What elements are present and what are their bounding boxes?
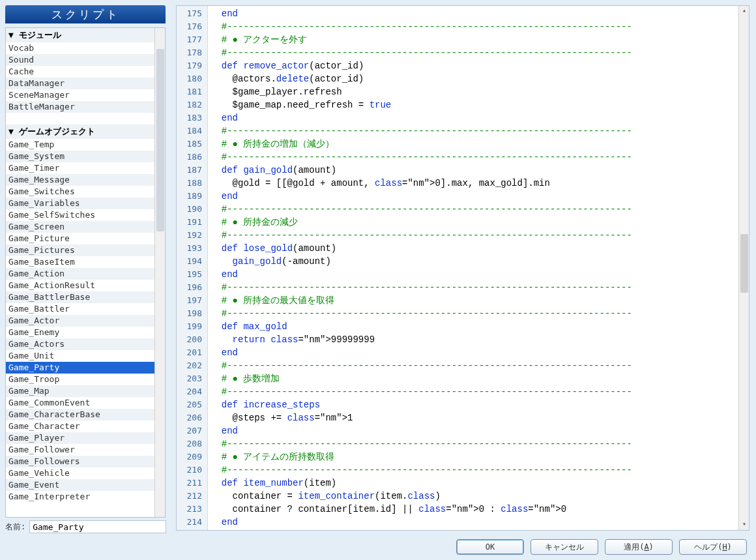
list-item[interactable]: Game_Pictures <box>6 244 154 256</box>
panel-title: スクリプト <box>5 5 166 23</box>
list-item[interactable]: Game_System <box>6 151 154 162</box>
list-item[interactable]: Game_Variables <box>6 198 154 209</box>
list-item[interactable]: Game_Follower <box>6 444 154 456</box>
list-item[interactable]: Game_Vehicle <box>6 467 154 479</box>
editor-panel: 175 176 177 178 179 180 181 182 183 184 … <box>176 5 749 531</box>
script-list-scrollbar[interactable] <box>154 28 165 517</box>
list-item[interactable]: Game_Character <box>6 420 154 432</box>
editor-scrollbar-thumb[interactable] <box>740 234 748 293</box>
name-input[interactable] <box>29 520 166 533</box>
list-item[interactable]: Game_Troop <box>6 374 154 385</box>
scroll-down-icon[interactable]: ▾ <box>739 520 749 530</box>
list-category: ▼ ゲームオブジェクト <box>6 125 154 139</box>
script-list[interactable]: ▼ モジュールVocabSoundCacheDataManagerSceneMa… <box>6 28 154 517</box>
list-item[interactable]: Game_Followers <box>6 456 154 467</box>
list-item[interactable]: Game_Unit <box>6 350 154 362</box>
list-item[interactable]: Game_Actor <box>6 315 154 327</box>
list-item[interactable]: Game_Player <box>6 432 154 444</box>
list-item[interactable]: Game_CommonEvent <box>6 397 154 409</box>
list-item[interactable]: Game_Actors <box>6 338 154 350</box>
editor-gutter: 175 176 177 178 179 180 181 182 183 184 … <box>177 6 208 530</box>
list-item[interactable]: Game_Action <box>6 268 154 280</box>
list-item[interactable]: Game_Battler <box>6 303 154 315</box>
list-item[interactable]: Game_CharacterBase <box>6 409 154 420</box>
list-item[interactable]: Game_BattlerBase <box>6 291 154 303</box>
help-button[interactable]: ヘルプ(H) <box>679 539 747 555</box>
list-item[interactable]: Game_Temp <box>6 139 154 151</box>
list-item[interactable]: DataManager <box>6 78 154 89</box>
list-item[interactable]: Game_Map <box>6 385 154 397</box>
editor-scrollbar[interactable]: ▴ ▾ <box>738 6 749 530</box>
script-list-scrollbar-thumb[interactable] <box>156 49 164 231</box>
list-spacer <box>6 113 154 125</box>
list-item[interactable]: Game_Message <box>6 174 154 186</box>
list-item[interactable]: SceneManager <box>6 89 154 101</box>
apply-button[interactable]: 適用(A) <box>605 539 673 555</box>
ok-button[interactable]: OK <box>456 539 524 555</box>
list-item[interactable]: Cache <box>6 66 154 78</box>
list-item[interactable]: Sound <box>6 54 154 66</box>
list-item[interactable]: Game_Enemy <box>6 327 154 338</box>
cancel-button[interactable]: キャンセル <box>531 539 598 555</box>
scroll-up-icon[interactable]: ▴ <box>739 6 749 16</box>
list-category: ▼ モジュール <box>6 28 154 42</box>
list-item[interactable]: Game_BaseItem <box>6 256 154 268</box>
list-item[interactable]: Game_Switches <box>6 186 154 198</box>
editor-code[interactable]: end #-----------------------------------… <box>208 6 738 530</box>
list-item[interactable]: Game_ActionResult <box>6 280 154 291</box>
list-item[interactable]: Game_Picture <box>6 233 154 244</box>
name-label: 名前: <box>5 522 25 533</box>
list-item[interactable]: BattleManager <box>6 101 154 113</box>
script-list-container: ▼ モジュールVocabSoundCacheDataManagerSceneMa… <box>5 27 166 518</box>
list-item[interactable]: Game_Interpreter <box>6 491 154 503</box>
list-item[interactable]: Game_Timer <box>6 162 154 174</box>
list-item[interactable]: Game_Event <box>6 479 154 491</box>
list-item[interactable]: Game_Party <box>6 362 154 374</box>
list-item[interactable]: Vocab <box>6 42 154 54</box>
list-item[interactable]: Game_Screen <box>6 221 154 233</box>
list-item[interactable]: Game_SelfSwitches <box>6 209 154 221</box>
